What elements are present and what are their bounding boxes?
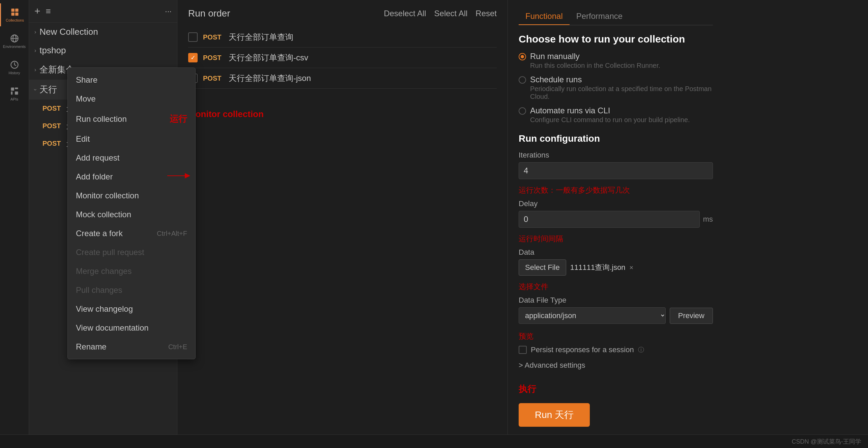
radio-manually-text: Run manually Run this collection in the … — [530, 52, 660, 69]
run-button[interactable]: Run 天行 — [519, 403, 590, 427]
environments-icon — [10, 34, 19, 43]
menu-item-move[interactable]: Move — [68, 89, 177, 108]
chevron-down-icon: › — [32, 89, 38, 90]
iterations-input[interactable] — [519, 162, 713, 179]
run-order-title: Run order — [188, 8, 230, 19]
run-config-title: Run configuration — [519, 133, 713, 144]
environments-label: Environments — [3, 45, 26, 49]
collection-sidebar: + ≡ ··· › New Collection › tpshop › 全新集合… — [29, 0, 177, 448]
menu-item-merge-changes: Merge changes — [68, 262, 177, 281]
file-type-select[interactable]: application/json text/csv — [519, 307, 666, 324]
sidebar-item-new-collection[interactable]: › New Collection — [29, 23, 177, 41]
sidebar-item-apis[interactable]: APIs — [0, 82, 29, 105]
sidebar-item-history[interactable]: History — [0, 56, 29, 79]
menu-item-view-changelog[interactable]: View changelog — [68, 300, 177, 318]
tianxing-name: 天行 — [39, 84, 57, 95]
menu-item-mock-collection[interactable]: Mock collection — [68, 205, 177, 224]
run-arrow — [167, 167, 177, 184]
menu-item-monitor-collection[interactable]: Monitor collection — [68, 186, 177, 205]
delay-input[interactable] — [519, 211, 700, 228]
delay-unit: ms — [703, 215, 713, 224]
persist-checkbox[interactable] — [519, 346, 527, 354]
history-label: History — [8, 71, 20, 75]
request-name-2: 天行全部订单查询-csv — [229, 52, 308, 63]
menu-item-view-documentation[interactable]: View documentation — [68, 318, 177, 337]
menu-item-pull-changes: Pull changes — [68, 281, 177, 300]
advanced-settings[interactable]: > Advanced settings — [519, 361, 713, 370]
new-collection-name: New Collection — [39, 27, 98, 37]
preview-annotation: 预览 — [519, 332, 533, 340]
radio-schedule[interactable]: Schedule runs Periodically run collectio… — [519, 75, 713, 101]
fork-shortcut: Ctrl+Alt+F — [157, 230, 177, 237]
add-collection-button[interactable]: + — [34, 5, 40, 17]
execute-annotation-wrap: 执行 — [519, 383, 713, 395]
select-file-annotation: 选择文件 — [519, 282, 548, 291]
reset-button[interactable]: Reset — [475, 9, 497, 18]
monitor-annotation: Monitor collection — [188, 109, 264, 119]
main-content: Run order Deselect All Select All Reset … — [177, 0, 868, 448]
menu-item-edit[interactable]: Edit — [68, 130, 177, 148]
checkbox-1[interactable] — [188, 32, 198, 42]
more-options-button[interactable]: ··· — [165, 6, 172, 16]
tab-functional[interactable]: Functional — [519, 8, 570, 25]
main-panels: Run order Deselect All Select All Reset … — [177, 0, 868, 448]
execute-annotation: 执行 — [519, 384, 536, 394]
file-name: 111111查询.json — [570, 262, 626, 273]
menu-item-run-collection[interactable]: Run collection 运行 — [68, 108, 177, 130]
data-row: Select File 111111查询.json × — [519, 259, 713, 276]
deselect-all-button[interactable]: Deselect All — [384, 9, 426, 18]
radio-circle-cli — [519, 107, 526, 115]
radio-schedule-text: Schedule runs Periodically run collectio… — [530, 75, 713, 101]
preview-button[interactable]: Preview — [670, 308, 713, 324]
advanced-settings-label: > Advanced settings — [519, 361, 585, 370]
menu-item-create-fork[interactable]: Create a fork Ctrl+Alt+F — [68, 224, 177, 243]
svg-rect-11 — [11, 91, 12, 94]
svg-rect-8 — [11, 88, 14, 91]
svg-rect-10 — [15, 88, 18, 89]
menu-item-add-folder[interactable]: Add folder — [68, 167, 177, 186]
chevron-right-icon: › — [34, 29, 36, 35]
run-annotation: 运行 — [170, 113, 177, 125]
sidebar-item-tpshop[interactable]: › tpshop — [29, 41, 177, 60]
filter-button[interactable]: ≡ — [46, 6, 51, 17]
iterations-label: Iterations — [519, 151, 713, 160]
persist-label: Persist responses for a session — [531, 345, 634, 354]
context-menu: Share Move Run collection 运行 Edit Add re… — [67, 67, 177, 359]
run-order-panel: Run order Deselect All Select All Reset … — [177, 0, 508, 448]
select-all-button[interactable]: Select All — [434, 9, 468, 18]
menu-item-add-request[interactable]: Add request — [68, 148, 177, 167]
chevron-right-icon: › — [34, 67, 36, 73]
sidebar-item-collections[interactable]: Collections — [0, 3, 29, 26]
post-badge-1: POST — [42, 105, 63, 112]
chevron-right-icon: › — [34, 48, 36, 54]
menu-item-share[interactable]: Share — [68, 71, 177, 89]
radio-cli[interactable]: Automate runs via CLI Configure CLI comm… — [519, 106, 713, 124]
radio-group: Run manually Run this collection in the … — [519, 52, 713, 124]
svg-rect-9 — [15, 91, 18, 94]
choose-how-title: Choose how to run your collection — [519, 33, 713, 45]
status-bar: CSDN @测试菜鸟-王同学 — [0, 435, 868, 448]
tpshop-name: tpshop — [39, 45, 66, 56]
radio-circle-manually — [519, 53, 526, 60]
sidebar-item-environments[interactable]: Environments — [0, 30, 29, 53]
data-file-type-label: Data File Type — [519, 296, 713, 305]
select-file-annotation-wrap: 选择文件 — [519, 281, 713, 292]
svg-rect-1 — [15, 9, 18, 12]
svg-rect-2 — [11, 12, 15, 16]
checkbox-2[interactable] — [188, 53, 198, 62]
apis-label: APIs — [10, 97, 18, 101]
file-close-button[interactable]: × — [630, 264, 634, 272]
apis-icon — [10, 86, 19, 96]
request-item-3: POST 天行全部订单查询-json — [188, 68, 497, 89]
post-badge-2: POST — [42, 122, 63, 130]
run-order-actions: Deselect All Select All Reset — [384, 9, 497, 18]
collections-label: Collections — [6, 18, 24, 22]
radio-manually[interactable]: Run manually Run this collection in the … — [519, 52, 713, 69]
request-name-3: 天行全部订单查询-json — [229, 73, 311, 84]
menu-item-rename[interactable]: Rename Ctrl+E — [68, 337, 177, 356]
tab-performance[interactable]: Performance — [570, 8, 629, 25]
request-name-1: 天行全部订单查询 — [229, 32, 293, 43]
request-item-1: POST 天行全部订单查询 — [188, 27, 497, 48]
iterations-annotation: 运行次数：一般有多少数据写几次 — [519, 186, 630, 194]
select-file-button[interactable]: Select File — [519, 259, 566, 276]
